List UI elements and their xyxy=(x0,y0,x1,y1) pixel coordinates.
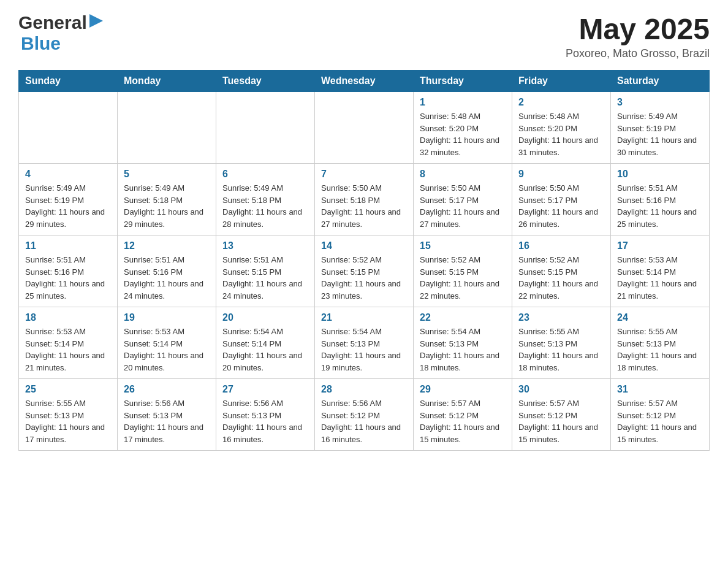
table-row xyxy=(216,92,315,164)
day-info: Sunrise: 5:53 AMSunset: 5:14 PMDaylight:… xyxy=(25,327,105,372)
day-info: Sunrise: 5:54 AMSunset: 5:13 PMDaylight:… xyxy=(321,327,401,372)
day-number: 27 xyxy=(222,384,308,395)
day-number: 5 xyxy=(124,169,210,180)
day-info: Sunrise: 5:52 AMSunset: 5:15 PMDaylight:… xyxy=(321,255,401,301)
day-number: 20 xyxy=(222,312,308,323)
day-info: Sunrise: 5:51 AMSunset: 5:15 PMDaylight:… xyxy=(222,255,302,301)
col-friday: Friday xyxy=(512,71,611,92)
table-row: 4 Sunrise: 5:49 AMSunset: 5:19 PMDayligh… xyxy=(19,164,118,236)
day-info: Sunrise: 5:56 AMSunset: 5:13 PMDaylight:… xyxy=(124,399,203,444)
table-row: 30 Sunrise: 5:57 AMSunset: 5:12 PMDaylig… xyxy=(512,379,611,451)
day-info: Sunrise: 5:55 AMSunset: 5:13 PMDaylight:… xyxy=(25,399,105,444)
table-row: 1 Sunrise: 5:48 AMSunset: 5:20 PMDayligh… xyxy=(414,92,512,164)
day-number: 18 xyxy=(25,312,111,323)
day-info: Sunrise: 5:48 AMSunset: 5:20 PMDaylight:… xyxy=(518,112,598,157)
day-info: Sunrise: 5:51 AMSunset: 5:16 PMDaylight:… xyxy=(617,183,697,229)
calendar-week-row: 4 Sunrise: 5:49 AMSunset: 5:19 PMDayligh… xyxy=(19,164,710,236)
day-info: Sunrise: 5:53 AMSunset: 5:14 PMDaylight:… xyxy=(124,327,203,372)
day-info: Sunrise: 5:51 AMSunset: 5:16 PMDaylight:… xyxy=(25,255,105,301)
col-tuesday: Tuesday xyxy=(216,71,315,92)
day-info: Sunrise: 5:50 AMSunset: 5:17 PMDaylight:… xyxy=(518,183,598,229)
day-number: 3 xyxy=(617,97,703,108)
day-number: 13 xyxy=(222,240,308,251)
calendar-table: Sunday Monday Tuesday Wednesday Thursday… xyxy=(18,70,710,451)
day-info: Sunrise: 5:57 AMSunset: 5:12 PMDaylight:… xyxy=(420,399,499,444)
day-info: Sunrise: 5:57 AMSunset: 5:12 PMDaylight:… xyxy=(617,399,697,444)
day-info: Sunrise: 5:50 AMSunset: 5:17 PMDaylight:… xyxy=(420,183,499,229)
day-number: 28 xyxy=(321,384,407,395)
col-saturday: Saturday xyxy=(611,71,710,92)
logo-general-text: General xyxy=(18,12,87,33)
calendar-week-row: 1 Sunrise: 5:48 AMSunset: 5:20 PMDayligh… xyxy=(19,92,710,164)
day-number: 21 xyxy=(321,312,407,323)
table-row: 2 Sunrise: 5:48 AMSunset: 5:20 PMDayligh… xyxy=(512,92,611,164)
day-number: 31 xyxy=(617,384,703,395)
day-number: 22 xyxy=(420,312,506,323)
table-row: 20 Sunrise: 5:54 AMSunset: 5:14 PMDaylig… xyxy=(216,307,315,379)
table-row: 6 Sunrise: 5:49 AMSunset: 5:18 PMDayligh… xyxy=(216,164,315,236)
page-header: General Blue May 2025 Poxoreo, Mato Gros… xyxy=(18,12,710,60)
day-info: Sunrise: 5:53 AMSunset: 5:14 PMDaylight:… xyxy=(617,255,697,301)
day-info: Sunrise: 5:49 AMSunset: 5:18 PMDaylight:… xyxy=(222,183,302,229)
table-row: 31 Sunrise: 5:57 AMSunset: 5:12 PMDaylig… xyxy=(611,379,710,451)
day-number: 19 xyxy=(124,312,210,323)
table-row: 3 Sunrise: 5:49 AMSunset: 5:19 PMDayligh… xyxy=(611,92,710,164)
day-number: 14 xyxy=(321,240,407,251)
table-row: 9 Sunrise: 5:50 AMSunset: 5:17 PMDayligh… xyxy=(512,164,611,236)
table-row: 18 Sunrise: 5:53 AMSunset: 5:14 PMDaylig… xyxy=(19,307,118,379)
day-info: Sunrise: 5:55 AMSunset: 5:13 PMDaylight:… xyxy=(518,327,598,372)
day-info: Sunrise: 5:54 AMSunset: 5:14 PMDaylight:… xyxy=(222,327,302,372)
table-row: 24 Sunrise: 5:55 AMSunset: 5:13 PMDaylig… xyxy=(611,307,710,379)
day-info: Sunrise: 5:49 AMSunset: 5:18 PMDaylight:… xyxy=(124,183,203,229)
day-info: Sunrise: 5:55 AMSunset: 5:13 PMDaylight:… xyxy=(617,327,697,372)
col-wednesday: Wednesday xyxy=(315,71,414,92)
day-number: 7 xyxy=(321,169,407,180)
day-info: Sunrise: 5:52 AMSunset: 5:15 PMDaylight:… xyxy=(420,255,499,301)
day-number: 23 xyxy=(518,312,604,323)
table-row: 10 Sunrise: 5:51 AMSunset: 5:16 PMDaylig… xyxy=(611,164,710,236)
day-number: 26 xyxy=(124,384,210,395)
table-row xyxy=(118,92,216,164)
table-row xyxy=(315,92,414,164)
day-info: Sunrise: 5:52 AMSunset: 5:15 PMDaylight:… xyxy=(518,255,598,301)
table-row: 27 Sunrise: 5:56 AMSunset: 5:13 PMDaylig… xyxy=(216,379,315,451)
day-number: 12 xyxy=(124,240,210,251)
table-row: 14 Sunrise: 5:52 AMSunset: 5:15 PMDaylig… xyxy=(315,236,414,307)
calendar-header-row: Sunday Monday Tuesday Wednesday Thursday… xyxy=(19,71,710,92)
day-info: Sunrise: 5:54 AMSunset: 5:13 PMDaylight:… xyxy=(420,327,499,372)
day-info: Sunrise: 5:51 AMSunset: 5:16 PMDaylight:… xyxy=(124,255,203,301)
svg-marker-0 xyxy=(89,14,103,28)
day-info: Sunrise: 5:49 AMSunset: 5:19 PMDaylight:… xyxy=(617,112,697,157)
day-number: 1 xyxy=(420,97,506,108)
col-thursday: Thursday xyxy=(414,71,512,92)
day-number: 29 xyxy=(420,384,506,395)
table-row: 25 Sunrise: 5:55 AMSunset: 5:13 PMDaylig… xyxy=(19,379,118,451)
logo: General Blue xyxy=(18,12,103,54)
table-row: 5 Sunrise: 5:49 AMSunset: 5:18 PMDayligh… xyxy=(118,164,216,236)
day-number: 15 xyxy=(420,240,506,251)
day-info: Sunrise: 5:56 AMSunset: 5:12 PMDaylight:… xyxy=(321,399,401,444)
table-row: 19 Sunrise: 5:53 AMSunset: 5:14 PMDaylig… xyxy=(118,307,216,379)
table-row: 16 Sunrise: 5:52 AMSunset: 5:15 PMDaylig… xyxy=(512,236,611,307)
table-row: 26 Sunrise: 5:56 AMSunset: 5:13 PMDaylig… xyxy=(118,379,216,451)
day-number: 11 xyxy=(25,240,111,251)
day-number: 17 xyxy=(617,240,703,251)
table-row: 13 Sunrise: 5:51 AMSunset: 5:15 PMDaylig… xyxy=(216,236,315,307)
month-year-title: May 2025 xyxy=(566,12,710,46)
table-row: 8 Sunrise: 5:50 AMSunset: 5:17 PMDayligh… xyxy=(414,164,512,236)
day-info: Sunrise: 5:57 AMSunset: 5:12 PMDaylight:… xyxy=(518,399,598,444)
calendar-week-row: 11 Sunrise: 5:51 AMSunset: 5:16 PMDaylig… xyxy=(19,236,710,307)
day-number: 10 xyxy=(617,169,703,180)
day-number: 9 xyxy=(518,169,604,180)
table-row: 23 Sunrise: 5:55 AMSunset: 5:13 PMDaylig… xyxy=(512,307,611,379)
location-text: Poxoreo, Mato Grosso, Brazil xyxy=(566,47,710,60)
day-number: 16 xyxy=(518,240,604,251)
day-number: 30 xyxy=(518,384,604,395)
day-number: 25 xyxy=(25,384,111,395)
logo-arrow-icon xyxy=(89,14,103,30)
day-info: Sunrise: 5:49 AMSunset: 5:19 PMDaylight:… xyxy=(25,183,105,229)
title-block: May 2025 Poxoreo, Mato Grosso, Brazil xyxy=(566,12,710,60)
table-row: 22 Sunrise: 5:54 AMSunset: 5:13 PMDaylig… xyxy=(414,307,512,379)
table-row: 7 Sunrise: 5:50 AMSunset: 5:18 PMDayligh… xyxy=(315,164,414,236)
day-info: Sunrise: 5:50 AMSunset: 5:18 PMDaylight:… xyxy=(321,183,401,229)
